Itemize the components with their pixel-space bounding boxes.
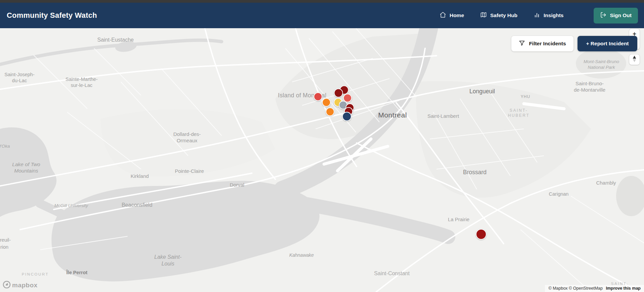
nav-item-safety-hub[interactable]: Safety Hub (480, 11, 517, 19)
filter-incidents-label: Filter Incidents (529, 41, 566, 47)
attribution-text[interactable]: © Mapbox © OpenStreetMap (548, 286, 603, 291)
mapbox-wordmark: mapbox (12, 282, 38, 289)
incident-marker[interactable] (326, 107, 334, 116)
sign-out-button[interactable]: Sign Out (594, 8, 638, 23)
mapbox-logo[interactable]: mapbox (3, 281, 38, 290)
compass-needle-icon (632, 55, 637, 64)
map-canvas[interactable] (0, 28, 644, 292)
map-icon (480, 11, 487, 19)
improve-map-link[interactable]: Improve this map (606, 286, 641, 291)
incident-marker[interactable] (322, 98, 331, 107)
mapbox-icon (3, 281, 11, 290)
incident-marker[interactable] (342, 112, 352, 121)
compass-button[interactable] (629, 54, 640, 65)
bar-chart-icon (534, 11, 540, 19)
report-incident-button[interactable]: + Report Incident (578, 36, 637, 51)
nav-item-insights[interactable]: Insights (534, 11, 563, 19)
sign-out-label: Sign Out (610, 12, 632, 18)
nav-item-home[interactable]: Home (440, 11, 464, 19)
nav-item-label: Home (450, 12, 464, 18)
incident-marker[interactable] (334, 89, 343, 98)
nav-item-label: Insights (544, 12, 563, 18)
incident-marker[interactable] (314, 92, 322, 101)
main-nav: Home Safety Hub Insights Sign Out (440, 8, 638, 23)
incident-marker[interactable] (476, 229, 487, 240)
page-title: Community Safety Watch (7, 11, 97, 20)
filter-incidents-button[interactable]: Filter Incidents (511, 36, 573, 51)
report-incident-label: + Report Incident (586, 41, 629, 47)
funnel-icon (519, 40, 525, 48)
home-icon (440, 11, 446, 19)
log-out-icon (600, 12, 606, 19)
app-header: Community Safety Watch Home Safety Hub I… (0, 3, 644, 28)
window-top-strip (0, 0, 644, 3)
map-container: Saint-EustacheSaint-Joseph- du-LacSainte… (0, 28, 644, 292)
map-attribution: © Mapbox © OpenStreetMap Improve this ma… (545, 285, 644, 292)
nav-item-label: Safety Hub (490, 12, 517, 18)
